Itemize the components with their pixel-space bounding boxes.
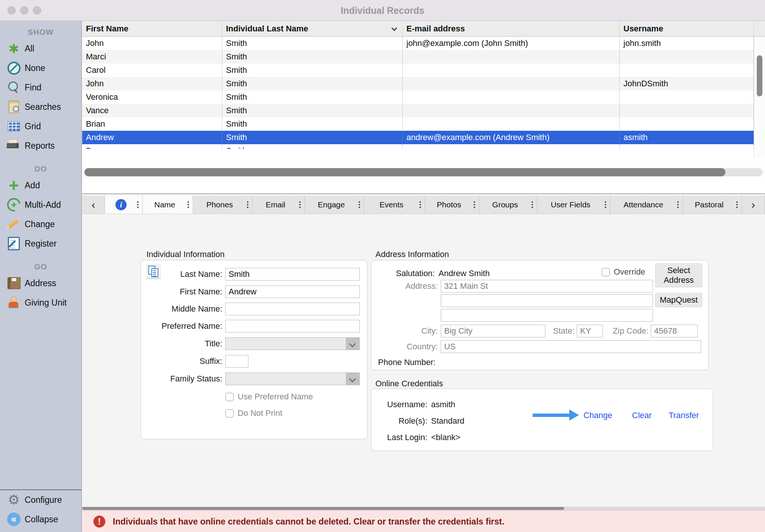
sidebar-item-grid[interactable]: Grid — [0, 117, 81, 136]
error-icon — [93, 516, 105, 528]
table-row[interactable]: Vance Smith — [82, 104, 765, 117]
individual-records-window: Individual Records SHOW All None Find Se… — [0, 0, 765, 532]
phone-number-label: Phone Number: — [378, 358, 436, 367]
override-label: Override — [614, 267, 645, 277]
tab-events[interactable]: Events — [364, 195, 425, 214]
sidebar-item-multi-add[interactable]: Multi-Add — [0, 195, 81, 214]
roles-label: Role(s): — [371, 416, 427, 426]
table-row[interactable]: Brian Smith — [82, 117, 765, 131]
circle-plus-icon — [7, 198, 21, 212]
kebab-menu-icon[interactable] — [532, 201, 533, 203]
printer-icon — [7, 139, 21, 153]
scroll-search-icon — [7, 100, 21, 114]
sidebar-item-find[interactable]: Find — [0, 78, 81, 97]
sidebar-item-reports[interactable]: Reports — [0, 136, 81, 155]
tab-name[interactable]: Name — [143, 195, 193, 214]
salutation-value: Andrew Smith — [439, 269, 490, 278]
first-name-field[interactable]: Andrew — [225, 285, 360, 298]
table-row[interactable]: Marci Smith — [82, 50, 765, 64]
kebab-menu-icon[interactable] — [474, 201, 475, 203]
title-dropdown[interactable] — [225, 337, 360, 350]
zip-code-field[interactable]: 45678 — [651, 325, 698, 337]
sidebar-item-add[interactable]: Add — [0, 176, 81, 195]
tab-phones[interactable]: Phones — [193, 195, 253, 214]
address-line1-field[interactable]: 321 Main St — [441, 280, 653, 293]
transfer-credentials-link[interactable]: Transfer — [669, 411, 699, 420]
sidebar-item-all[interactable]: All — [0, 39, 81, 58]
sidebar-item-configure[interactable]: Configure — [0, 490, 81, 510]
content-scroll-thumb[interactable] — [82, 507, 564, 510]
kebab-menu-icon[interactable] — [137, 201, 139, 203]
table-horizontal-scrollbar[interactable] — [82, 167, 765, 178]
sidebar-item-none[interactable]: None — [0, 58, 81, 78]
sidebar-item-register[interactable]: Register — [0, 234, 81, 253]
middle-name-field[interactable] — [225, 303, 360, 315]
individual-information-title: Individual Information — [146, 250, 224, 259]
table-row[interactable]: Veronica Smith — [82, 90, 765, 104]
suffix-field[interactable] — [225, 355, 248, 368]
last-name-field[interactable]: Smith — [225, 268, 360, 281]
tab-attendance[interactable]: Attendance — [610, 195, 683, 214]
table-body: John Smith john@example.com (John Smith)… — [82, 37, 765, 149]
kebab-menu-icon[interactable] — [677, 201, 679, 203]
preferred-name-field[interactable] — [225, 320, 360, 332]
vertical-scroll-thumb[interactable] — [757, 55, 762, 96]
plus-icon — [7, 178, 21, 192]
table-vertical-scrollbar[interactable] — [754, 37, 765, 158]
table-row[interactable]: John Smith JohnDSmith — [82, 77, 765, 90]
address-line3-field[interactable] — [441, 309, 653, 322]
do-not-print-checkbox[interactable] — [225, 409, 234, 418]
city-field[interactable]: Big City — [441, 325, 545, 337]
kebab-menu-icon[interactable] — [736, 201, 738, 203]
roles-value: Standard — [431, 416, 464, 426]
horizontal-scroll-thumb[interactable] — [84, 168, 725, 176]
family-status-dropdown[interactable] — [225, 372, 360, 385]
tabs-scroll-right-button[interactable] — [742, 195, 765, 214]
tab-engage[interactable]: Engage — [305, 195, 364, 214]
country-field[interactable]: US — [441, 340, 701, 353]
tabs-scroll-left-button[interactable] — [82, 195, 105, 214]
partially-visible-row: B Smith — [82, 144, 765, 149]
table-row[interactable]: John Smith john@example.com (John Smith)… — [82, 37, 765, 50]
override-checkbox[interactable] — [601, 268, 610, 276]
clear-credentials-link[interactable]: Clear — [632, 411, 652, 420]
address-line2-field[interactable] — [441, 294, 653, 307]
sidebar-item-collapse[interactable]: Collapse — [0, 510, 81, 529]
sidebar-section-show: SHOW — [0, 28, 81, 37]
mapquest-button[interactable]: MapQuest — [655, 293, 702, 307]
kebab-menu-icon[interactable] — [419, 201, 421, 203]
tab-groups[interactable]: Groups — [479, 195, 537, 214]
tab-photos[interactable]: Photos — [425, 195, 479, 214]
preferred-name-label: Preferred Name: — [141, 321, 222, 331]
tab-email[interactable]: Email — [253, 195, 305, 214]
results-table: First Name Individual Last Name E-mail a… — [82, 21, 765, 162]
column-header-first-name[interactable]: First Name — [82, 21, 222, 36]
kebab-menu-icon[interactable] — [605, 201, 606, 203]
tab-pastoral[interactable]: Pastoral — [683, 195, 742, 214]
table-row[interactable]: Carol Smith — [82, 64, 765, 77]
tab-info[interactable] — [105, 195, 143, 214]
record-tab-bar: Name Phones Email Engage Events Photos — [82, 195, 765, 214]
sidebar-footer: Configure Collapse — [0, 489, 81, 532]
kebab-menu-icon[interactable] — [188, 201, 189, 203]
kebab-menu-icon[interactable] — [299, 201, 301, 203]
family-status-label: Family Status: — [141, 374, 222, 384]
tab-user-fields[interactable]: User Fields — [537, 195, 610, 214]
content-horizontal-scrollbar[interactable] — [82, 507, 765, 510]
sidebar-item-address[interactable]: Address — [0, 273, 81, 293]
column-header-username[interactable]: Username — [620, 21, 754, 36]
sidebar-item-searches[interactable]: Searches — [0, 97, 81, 117]
sidebar-item-change[interactable]: Change — [0, 214, 81, 234]
kebab-menu-icon[interactable] — [359, 201, 360, 203]
select-address-button[interactable]: Select Address — [655, 263, 702, 287]
kebab-menu-icon[interactable] — [247, 201, 248, 203]
address-book-icon — [7, 276, 21, 290]
sidebar-item-giving-unit[interactable]: Giving Unit — [0, 293, 81, 312]
state-field[interactable]: KY — [577, 325, 603, 337]
change-credentials-link[interactable]: Change — [583, 411, 612, 420]
sidebar-section-do: DO — [0, 164, 81, 173]
table-row-selected[interactable]: Andrew Smith andrew@example.com (Andrew … — [82, 131, 765, 144]
column-header-last-name[interactable]: Individual Last Name — [222, 21, 403, 36]
use-preferred-name-checkbox[interactable] — [225, 393, 234, 401]
column-header-email[interactable]: E-mail address — [403, 21, 620, 36]
